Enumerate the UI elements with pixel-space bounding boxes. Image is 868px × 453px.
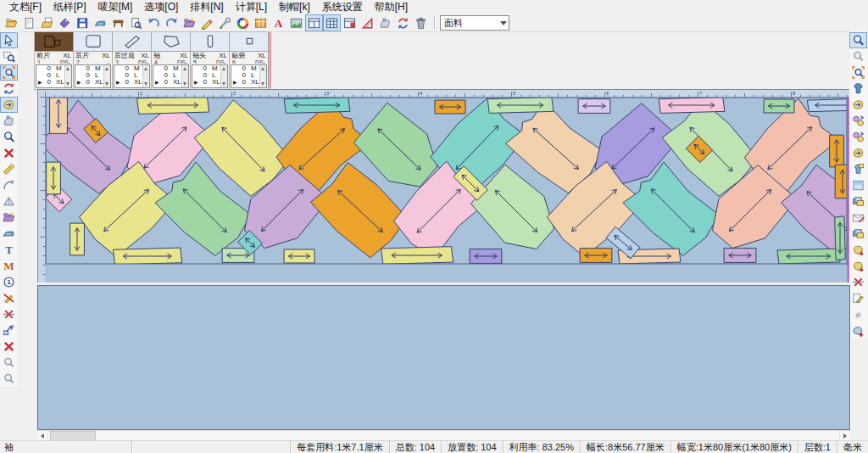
rotate-unit-tool[interactable]: 1 bbox=[0, 274, 18, 290]
cut-piece-tool[interactable] bbox=[849, 274, 867, 290]
zoom-region-tool[interactable] bbox=[849, 64, 867, 81]
delete-trash-button[interactable] bbox=[412, 14, 430, 31]
menu-item-5[interactable]: 排料[N] bbox=[184, 0, 229, 15]
scroll-up-icon[interactable] bbox=[144, 67, 147, 70]
size-table-button[interactable] bbox=[252, 14, 270, 31]
overlap-check-tool[interactable] bbox=[0, 371, 18, 387]
load-pattern-button[interactable] bbox=[181, 14, 198, 31]
scroll-down-icon[interactable] bbox=[66, 82, 70, 86]
open-marker-button[interactable] bbox=[3, 14, 20, 31]
piece-list-scrollbar[interactable] bbox=[142, 65, 149, 87]
size-mark-tool[interactable]: M bbox=[0, 258, 18, 274]
find-piece-tool[interactable] bbox=[0, 355, 18, 371]
edit-pencil-button[interactable] bbox=[198, 14, 216, 31]
zoom-in-tool[interactable] bbox=[0, 129, 18, 145]
save-as-button[interactable] bbox=[74, 14, 92, 31]
zoom-fit-tool[interactable] bbox=[849, 32, 867, 48]
text-annotate-button[interactable]: A bbox=[270, 14, 287, 31]
menu-item-3[interactable]: 唛架[M] bbox=[92, 0, 139, 15]
menu-item-9[interactable]: 帮助[H] bbox=[369, 0, 414, 15]
piece-flip-tool[interactable] bbox=[849, 113, 867, 129]
piece-list-scrollbar[interactable] bbox=[220, 65, 227, 87]
pattern-piece[interactable] bbox=[764, 99, 794, 113]
piece-add-tool[interactable] bbox=[849, 322, 867, 338]
menu-item-2[interactable]: 纸样[P] bbox=[47, 0, 92, 15]
pattern-piece[interactable] bbox=[50, 97, 68, 133]
ruler-measure-button[interactable] bbox=[359, 14, 376, 31]
scroll-down-icon[interactable] bbox=[222, 82, 225, 86]
pattern-piece[interactable] bbox=[580, 249, 612, 263]
piece-list-scrollbar[interactable] bbox=[64, 65, 71, 87]
undo-button[interactable] bbox=[145, 14, 163, 31]
piece-exchange-tool[interactable] bbox=[849, 129, 867, 145]
pattern-piece[interactable] bbox=[137, 97, 209, 114]
picture-view-button[interactable] bbox=[287, 14, 305, 31]
piece-thumbnail-6[interactable] bbox=[230, 32, 268, 52]
scroll-up-icon[interactable] bbox=[183, 67, 186, 70]
piece-move-tool[interactable] bbox=[849, 145, 867, 161]
piece-list-scrollbar[interactable] bbox=[181, 65, 188, 87]
menu-item-4[interactable]: 选项[O] bbox=[138, 0, 184, 15]
pattern-piece[interactable] bbox=[777, 249, 840, 264]
pattern-piece[interactable] bbox=[724, 249, 756, 263]
menu-item-1[interactable]: 文档[F] bbox=[3, 0, 47, 15]
shirt-piece-tool[interactable] bbox=[849, 81, 867, 97]
draw-sheet-tool[interactable] bbox=[849, 210, 867, 226]
iron-tool-button[interactable] bbox=[92, 14, 109, 31]
pattern-piece[interactable] bbox=[284, 98, 350, 114]
pattern-piece[interactable] bbox=[435, 100, 465, 114]
pattern-piece[interactable] bbox=[830, 135, 844, 167]
rotate-arc-tool[interactable] bbox=[0, 177, 18, 193]
fold-piece-tool[interactable] bbox=[0, 193, 18, 210]
scroll-down-icon[interactable] bbox=[261, 82, 264, 86]
scroll-up-icon[interactable] bbox=[105, 67, 108, 70]
print-preview-button[interactable] bbox=[127, 14, 145, 31]
system-tools-button[interactable] bbox=[216, 14, 234, 31]
scroll-down-icon[interactable] bbox=[105, 82, 108, 86]
redo-button[interactable] bbox=[163, 14, 181, 31]
new-marker-button[interactable] bbox=[20, 14, 38, 31]
menu-item-8[interactable]: 系统设置 bbox=[316, 0, 369, 15]
pattern-piece[interactable] bbox=[381, 247, 453, 265]
pattern-piece[interactable] bbox=[578, 99, 610, 114]
text-tool[interactable]: T bbox=[0, 242, 18, 258]
shirt-count-tool[interactable] bbox=[849, 161, 867, 177]
pattern-piece[interactable] bbox=[47, 162, 61, 194]
scroll-up-icon[interactable] bbox=[261, 67, 264, 70]
select-tool[interactable] bbox=[0, 32, 18, 48]
overlap-pieces-tool[interactable] bbox=[849, 193, 867, 210]
piece-out-tool[interactable] bbox=[849, 258, 867, 274]
piece-thumbnail-4[interactable] bbox=[152, 32, 190, 52]
pattern-piece[interactable] bbox=[807, 98, 849, 111]
refresh-spin-button[interactable] bbox=[394, 14, 412, 31]
pencil-off-tool[interactable] bbox=[0, 290, 18, 306]
sheet-edit-tool[interactable] bbox=[849, 290, 867, 306]
piece-list-scrollbar[interactable] bbox=[259, 65, 266, 87]
piece-list-scrollbar[interactable] bbox=[103, 65, 110, 87]
stamp-copy-tool[interactable] bbox=[0, 113, 18, 129]
piece-align-tool[interactable] bbox=[849, 226, 867, 242]
scroll-up-icon[interactable] bbox=[222, 67, 225, 70]
scroll-down-icon[interactable] bbox=[144, 82, 147, 86]
piece-size-list[interactable]: 0M0L▶0XL bbox=[114, 64, 150, 88]
drag-piece-tool[interactable] bbox=[0, 97, 18, 113]
piece-size-list[interactable]: 0M0L▶0XL bbox=[192, 64, 228, 88]
clear-all-tool[interactable] bbox=[0, 338, 18, 355]
draw-off-tool[interactable] bbox=[0, 306, 18, 322]
pattern-piece[interactable] bbox=[284, 249, 314, 263]
rotate-select-tool[interactable] bbox=[0, 64, 18, 81]
scroll-down-icon[interactable] bbox=[183, 82, 186, 86]
scroll-up-icon[interactable] bbox=[66, 67, 70, 70]
stamp-tool-button[interactable] bbox=[376, 14, 394, 31]
worktable-button[interactable] bbox=[109, 14, 127, 31]
piece-size-list[interactable]: 0M0L▶0XL bbox=[75, 64, 111, 88]
spin-piece-tool[interactable] bbox=[0, 81, 18, 97]
piece-size-list[interactable]: 0M0L▶0XL bbox=[36, 64, 72, 88]
grid-hash-tool[interactable]: # bbox=[849, 306, 867, 322]
piece-size-list[interactable]: 0M0L▶0XL bbox=[153, 64, 189, 88]
lock-piece-tool[interactable] bbox=[0, 210, 18, 226]
menu-item-7[interactable]: 制帽[k] bbox=[273, 0, 316, 15]
view-split-1-button[interactable] bbox=[305, 14, 323, 31]
menu-item-6[interactable]: 计算[L] bbox=[230, 0, 273, 15]
piece-in-tool[interactable] bbox=[849, 242, 867, 258]
